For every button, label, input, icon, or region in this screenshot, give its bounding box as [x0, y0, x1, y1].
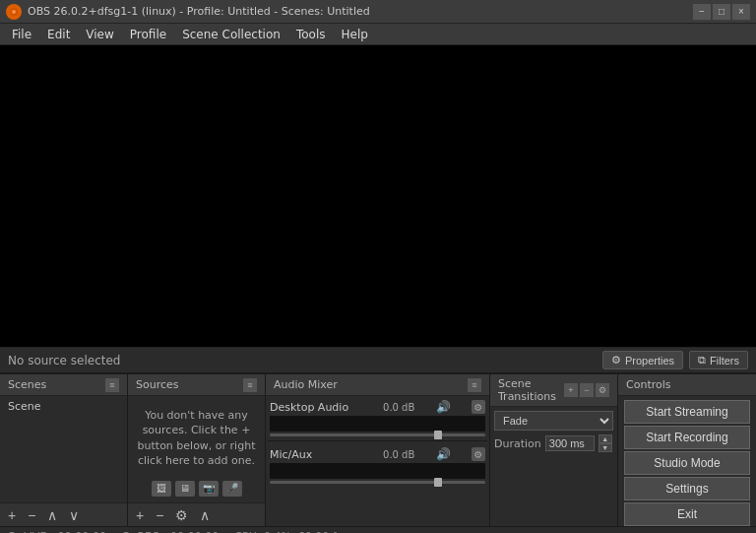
duration-input[interactable]	[545, 435, 595, 451]
mic-aux-db: 0.0 dB	[379, 449, 414, 460]
start-recording-button[interactable]: Start Recording	[624, 426, 750, 449]
transition-type-select[interactable]: Fade	[494, 411, 613, 431]
desktop-audio-controls	[270, 433, 485, 436]
transitions-add-button[interactable]: +	[564, 383, 578, 397]
obs-icon	[6, 4, 22, 20]
close-button[interactable]: ×	[732, 4, 750, 20]
status-bar: LIVE: 00:00:00 REC: 00:00:00 CPU: 0.4%, …	[0, 526, 756, 533]
transitions-content: Fade Duration ▲ ▼	[490, 407, 617, 526]
transitions-panel-header: Scene Transitions + − ⚙	[490, 374, 617, 407]
scenes-panel-menu-button[interactable]: ≡	[105, 378, 119, 392]
scenes-panel-title: Scenes	[8, 378, 46, 391]
menu-bar: File Edit View Profile Scene Collection …	[0, 24, 756, 45]
desktop-audio-label: Desktop Audio	[270, 401, 358, 414]
menu-edit[interactable]: Edit	[39, 26, 78, 43]
window-title: OBS 26.0.2+dfsg1-1 (linux) - Profile: Un…	[28, 5, 370, 18]
audio-panel-title: Audio Mixer	[274, 378, 338, 391]
controls-panel-header: Controls	[618, 374, 756, 396]
title-bar-left: OBS 26.0.2+dfsg1-1 (linux) - Profile: Un…	[6, 4, 370, 20]
scenes-list: Scene	[0, 396, 127, 502]
duration-decrement-button[interactable]: ▼	[598, 443, 612, 452]
sources-settings-button[interactable]: ⚙	[171, 508, 192, 522]
mic-aux-controls	[270, 481, 485, 484]
desktop-audio-meter	[270, 416, 485, 432]
desktop-audio-channel: Desktop Audio 0.0 dB 🔊 ⚙	[268, 398, 487, 436]
desktop-audio-mute-icon[interactable]: 🔊	[436, 400, 451, 414]
mic-aux-meter	[270, 463, 485, 479]
mic-aux-volume-slider[interactable]	[270, 481, 485, 484]
scene-transitions-panel: Scene Transitions + − ⚙ Fade Duration ▲ …	[490, 374, 618, 526]
sources-move-button[interactable]: ∧	[196, 508, 214, 522]
scenes-panel: Scenes ≡ Scene + − ∧ ∨	[0, 374, 128, 526]
title-bar: OBS 26.0.2+dfsg1-1 (linux) - Profile: Un…	[0, 0, 756, 24]
menu-profile[interactable]: Profile	[122, 26, 174, 43]
source-type-mic-icon: 🎤	[222, 481, 242, 497]
minimize-button[interactable]: −	[693, 4, 711, 20]
properties-label: Properties	[625, 355, 674, 366]
desktop-audio-volume-slider[interactable]	[270, 433, 485, 436]
mic-aux-channel: Mic/Aux 0.0 dB 🔊 ⚙	[268, 445, 487, 484]
controls-panel-title: Controls	[626, 378, 671, 391]
maximize-button[interactable]: □	[713, 4, 730, 20]
scenes-move-up-button[interactable]: ∧	[43, 508, 61, 522]
menu-tools[interactable]: Tools	[288, 26, 334, 43]
transitions-remove-button[interactable]: −	[580, 383, 594, 397]
filters-icon: ⧉	[698, 354, 706, 366]
controls-panel: Controls Start Streaming Start Recording…	[618, 374, 756, 526]
preview-area	[0, 45, 756, 348]
desktop-audio-db: 0.0 dB	[379, 402, 414, 413]
audio-panel-menu-button[interactable]: ≡	[468, 378, 481, 392]
menu-view[interactable]: View	[78, 26, 121, 43]
panels-area: Scenes ≡ Scene + − ∧ ∨ Sources ≡ You don…	[0, 373, 756, 526]
filters-label: Filters	[710, 355, 739, 366]
scenes-add-button[interactable]: +	[4, 508, 20, 522]
menu-file[interactable]: File	[4, 26, 39, 43]
scenes-panel-footer: + − ∧ ∨	[0, 502, 127, 526]
window-controls: − □ ×	[693, 4, 750, 20]
mic-aux-label: Mic/Aux	[270, 448, 358, 461]
mic-aux-mute-icon[interactable]: 🔊	[436, 447, 451, 461]
no-sources-message: You don't have any sources. Click the + …	[132, 400, 261, 477]
source-type-image-icon: 🖼	[152, 481, 171, 497]
menu-scene-collection[interactable]: Scene Collection	[174, 26, 288, 43]
scenes-panel-header: Scenes ≡	[0, 374, 127, 396]
list-item[interactable]: Scene	[2, 398, 125, 415]
desktop-audio-settings-icon[interactable]: ⚙	[472, 400, 485, 414]
start-streaming-button[interactable]: Start Streaming	[624, 400, 750, 424]
sources-content: You don't have any sources. Click the + …	[128, 396, 265, 502]
duration-spinners: ▲ ▼	[598, 434, 612, 452]
sources-add-button[interactable]: +	[132, 508, 148, 522]
source-status-text: No source selected	[8, 354, 120, 367]
audio-channels: Desktop Audio 0.0 dB 🔊 ⚙	[266, 396, 489, 526]
source-status-bar: No source selected ⚙ Properties ⧉ Filter…	[0, 348, 756, 373]
sources-panel-menu-button[interactable]: ≡	[243, 378, 257, 392]
source-type-icons: 🖼 🖥 📷 🎤	[132, 477, 261, 500]
sources-remove-button[interactable]: −	[152, 508, 167, 522]
scenes-move-down-button[interactable]: ∨	[65, 508, 83, 522]
sources-panel-title: Sources	[136, 378, 179, 391]
duration-increment-button[interactable]: ▲	[598, 434, 612, 443]
duration-row: Duration ▲ ▼	[494, 434, 613, 452]
transitions-panel-title: Scene Transitions	[498, 377, 564, 403]
sources-panel: Sources ≡ You don't have any sources. Cl…	[128, 374, 266, 526]
mic-aux-settings-icon[interactable]: ⚙	[472, 447, 485, 461]
settings-button[interactable]: Settings	[624, 477, 750, 500]
controls-content: Start Streaming Start Recording Studio M…	[618, 396, 756, 526]
exit-button[interactable]: Exit	[624, 502, 750, 526]
source-type-camera-icon: 📷	[199, 481, 219, 497]
source-type-monitor-icon: 🖥	[175, 481, 195, 497]
sources-panel-header: Sources ≡	[128, 374, 265, 396]
duration-label: Duration	[494, 437, 541, 450]
audio-mixer-panel: Audio Mixer ≡ Desktop Audio 0.0 dB 🔊 ⚙	[266, 374, 490, 526]
audio-panel-header: Audio Mixer ≡	[266, 374, 489, 396]
filters-button[interactable]: ⧉ Filters	[689, 351, 748, 369]
scenes-remove-button[interactable]: −	[24, 508, 39, 522]
svg-point-1	[12, 10, 16, 14]
transitions-settings-button[interactable]: ⚙	[596, 383, 609, 397]
menu-help[interactable]: Help	[333, 26, 375, 43]
properties-button[interactable]: ⚙ Properties	[602, 351, 683, 369]
sources-panel-footer: + − ⚙ ∧	[128, 502, 265, 526]
properties-gear-icon: ⚙	[611, 354, 621, 366]
studio-mode-button[interactable]: Studio Mode	[624, 451, 750, 475]
